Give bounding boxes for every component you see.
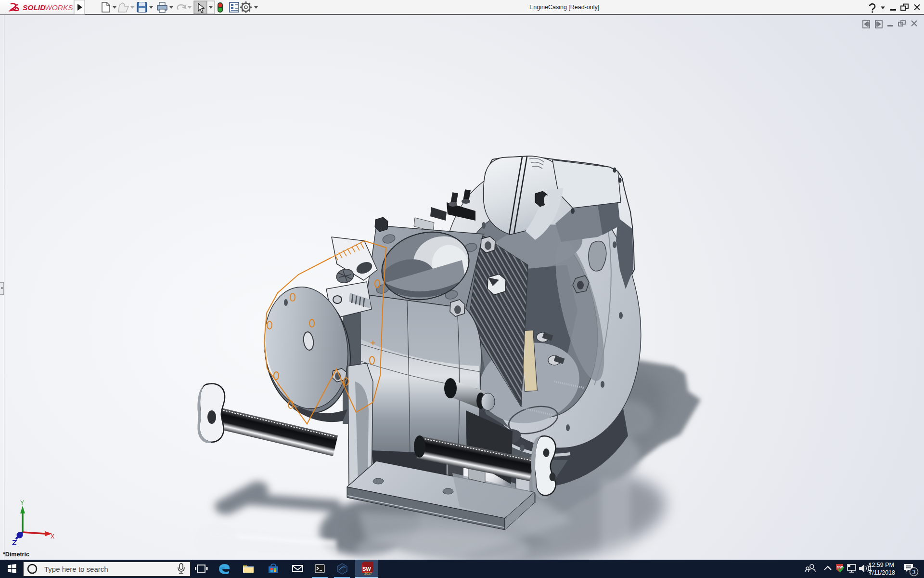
svg-text:SW: SW [362,566,371,572]
svg-text:Y: Y [20,499,24,506]
svg-text:7/11/2018: 7/11/2018 [869,569,895,576]
svg-text:SOLID: SOLID [23,3,45,12]
svg-text:WORKS: WORKS [45,3,73,12]
svg-text:12:59 PM: 12:59 PM [868,562,894,568]
svg-text:X: X [51,533,54,540]
svg-text:2017: 2017 [364,572,372,575]
svg-text:3: 3 [912,569,916,576]
